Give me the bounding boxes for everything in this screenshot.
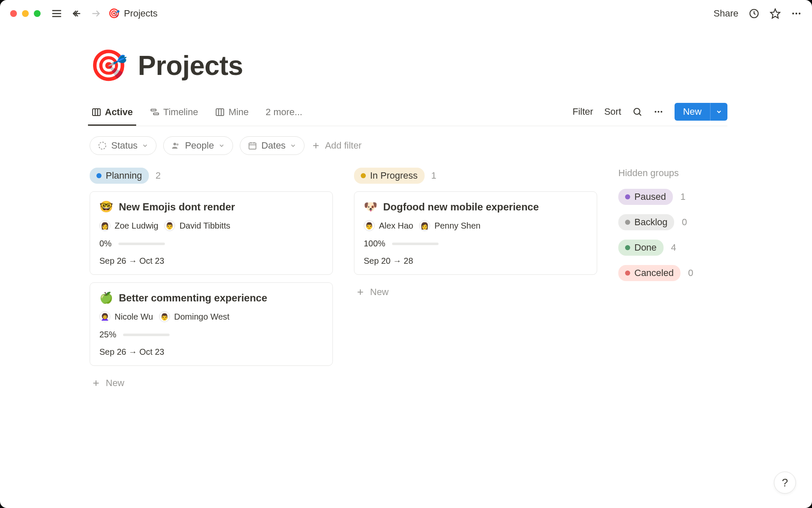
star-icon[interactable] (770, 8, 781, 19)
add-filter-button[interactable]: Add filter (311, 140, 362, 151)
maximize-window-button[interactable] (34, 10, 41, 17)
person[interactable]: 👩Zoe Ludwig (99, 220, 158, 231)
new-card-button[interactable]: New (354, 282, 597, 302)
card-icon: 🍏 (99, 291, 113, 304)
status-dot (96, 173, 102, 178)
status-pill[interactable]: Backlog (618, 214, 674, 230)
progress-percent: 0% (99, 239, 112, 248)
status-pill[interactable]: Canceled (618, 265, 680, 281)
project-card[interactable]: 🤓New Emojis dont render👩Zoe Ludwig👨David… (90, 191, 333, 275)
more-icon[interactable] (791, 8, 802, 19)
avatar: 👨 (159, 311, 170, 322)
status-pill[interactable]: Paused (618, 189, 673, 205)
filter-chips: Status People Dates (90, 126, 727, 165)
status-filter-chip[interactable]: Status (90, 136, 156, 155)
person[interactable]: 👨Alex Hao (364, 220, 413, 231)
share-button[interactable]: Share (713, 8, 738, 19)
more-icon[interactable] (653, 107, 664, 117)
hidden-group-row[interactable]: Paused1 (618, 189, 727, 205)
dates-filter-chip[interactable]: Dates (240, 136, 304, 155)
person[interactable]: 👨David Tibbitts (164, 220, 230, 231)
svg-point-25 (173, 143, 176, 145)
project-card[interactable]: 🐶Dogfood new mobile experience👨Alex Hao👩… (354, 191, 597, 275)
progress-percent: 100% (364, 239, 385, 248)
progress-row: 0% (99, 239, 323, 248)
person[interactable]: 👨Domingo West (159, 311, 230, 322)
date-range: Sep 26 → Oct 23 (99, 256, 323, 266)
calendar-icon (248, 141, 257, 150)
status-dot (625, 271, 630, 276)
board: Planning2🤓New Emojis dont render👩Zoe Lud… (90, 165, 727, 393)
chip-label: People (185, 140, 214, 151)
tab-more[interactable]: 2 more... (264, 103, 304, 125)
new-button[interactable]: New (675, 103, 710, 121)
filter-button[interactable]: Filter (573, 106, 593, 117)
svg-rect-11 (93, 109, 100, 116)
new-card-label: New (106, 378, 124, 389)
new-card-button[interactable]: New (90, 373, 333, 393)
avatar: 👨 (164, 220, 175, 231)
status-dot (625, 220, 630, 225)
people-filter-chip[interactable]: People (163, 136, 233, 155)
card-people: 👨Alex Hao👩Penny Shen (364, 220, 587, 231)
svg-point-10 (798, 13, 800, 14)
minimize-window-button[interactable] (22, 10, 29, 17)
project-card[interactable]: 🍏Better commenting experience👩‍🦱Nicole W… (90, 282, 333, 366)
status-pill[interactable]: Done (618, 240, 664, 256)
hidden-groups-title: Hidden groups (618, 168, 727, 179)
search-icon[interactable] (632, 107, 642, 117)
forward-button[interactable] (91, 8, 102, 19)
svg-point-21 (655, 111, 656, 113)
tab-timeline[interactable]: Timeline (148, 103, 200, 125)
person[interactable]: 👩‍🦱Nicole Wu (99, 311, 153, 322)
chevron-down-icon (218, 142, 225, 149)
svg-point-9 (796, 13, 797, 14)
board-column: Planning2🤓New Emojis dont render👩Zoe Lud… (90, 168, 333, 393)
clock-icon[interactable] (749, 8, 760, 19)
tab-label: Timeline (163, 107, 198, 118)
timeline-icon (150, 107, 160, 117)
card-title: Better commenting experience (119, 292, 267, 304)
status-pill[interactable]: In Progress (354, 168, 425, 184)
svg-point-8 (792, 13, 794, 14)
person-name: Nicole Wu (115, 312, 153, 322)
avatar: 👨 (364, 220, 375, 231)
help-button[interactable]: ? (774, 472, 796, 494)
breadcrumb[interactable]: 🎯 Projects (108, 8, 157, 19)
breadcrumb-icon: 🎯 (108, 8, 120, 19)
page-title[interactable]: Projects (138, 50, 243, 81)
progress-row: 100% (364, 239, 587, 248)
chevron-down-icon (290, 142, 296, 149)
person-name: Penny Shen (434, 221, 480, 231)
person-name: Alex Hao (379, 221, 413, 231)
status-label: Paused (634, 191, 666, 202)
hidden-group-row[interactable]: Canceled0 (618, 265, 727, 281)
back-button[interactable] (71, 8, 82, 19)
hidden-groups: Hidden groupsPaused1Backlog0Done4Cancele… (618, 168, 727, 393)
add-filter-label: Add filter (325, 140, 362, 151)
chip-label: Dates (261, 140, 285, 151)
hidden-group-row[interactable]: Backlog0 (618, 214, 727, 230)
chip-label: Status (111, 140, 137, 151)
hidden-group-row[interactable]: Done4 (618, 240, 727, 256)
view-tabs: Active Timeline Mine 2 more... Filter So… (90, 103, 727, 126)
status-pill[interactable]: Planning (90, 168, 149, 184)
sort-button[interactable]: Sort (604, 106, 621, 117)
menu-icon[interactable] (51, 8, 63, 19)
column-header[interactable]: Planning2 (90, 168, 333, 184)
tab-mine[interactable]: Mine (213, 103, 250, 125)
page-icon[interactable]: 🎯 (90, 47, 128, 83)
new-card-label: New (370, 287, 389, 298)
close-window-button[interactable] (10, 10, 17, 17)
person[interactable]: 👩Penny Shen (419, 220, 480, 231)
card-title: Dogfood new mobile experience (383, 201, 539, 213)
svg-rect-14 (151, 109, 156, 111)
avatar: 👩 (99, 220, 110, 231)
tab-active[interactable]: Active (90, 103, 134, 125)
tab-more-label: 2 more... (266, 107, 302, 118)
new-dropdown-button[interactable] (710, 103, 727, 121)
svg-point-26 (176, 144, 178, 146)
column-header[interactable]: In Progress1 (354, 168, 597, 184)
titlebar: 🎯 Projects Share (0, 0, 812, 27)
progress-bar (118, 243, 165, 245)
